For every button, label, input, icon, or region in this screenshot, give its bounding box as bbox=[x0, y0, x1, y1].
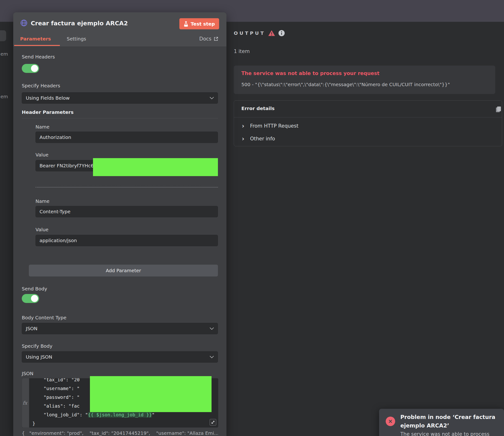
specify-body-value: Using JSON bbox=[26, 354, 52, 360]
canvas-left-strip bbox=[0, 22, 13, 436]
clipped-canvas-text: em bbox=[0, 94, 8, 100]
specify-body-label: Specify Body bbox=[22, 343, 53, 349]
chevron-down-icon bbox=[210, 327, 214, 330]
node-settings-modal bbox=[13, 12, 226, 436]
param-item-divider bbox=[36, 187, 218, 188]
param-name-input[interactable] bbox=[36, 132, 218, 143]
expand-editor-icon[interactable] bbox=[210, 419, 216, 426]
body-content-type-label: Body Content Type bbox=[22, 315, 66, 320]
docs-link-label: Docs bbox=[199, 36, 212, 42]
body-content-type-value: JSON bbox=[26, 326, 37, 331]
error-message-title: The service was not able to process your… bbox=[241, 71, 379, 76]
output-panel-title: OUTPUT bbox=[234, 30, 265, 36]
error-details-row-http-request[interactable]: › From HTTP Request bbox=[242, 120, 298, 132]
error-toast-close-icon[interactable] bbox=[386, 417, 395, 426]
node-modal-header bbox=[13, 12, 226, 47]
chevron-right-icon: › bbox=[242, 123, 244, 129]
chevron-down-icon bbox=[210, 97, 214, 99]
active-tab-underline bbox=[14, 45, 60, 46]
expression-token: {{ $json.long_job_id }} bbox=[88, 412, 152, 418]
param-value-label: Value bbox=[36, 152, 48, 158]
copy-icon[interactable] bbox=[496, 107, 502, 113]
send-headers-label: Send Headers bbox=[22, 54, 55, 60]
send-body-label: Send Body bbox=[22, 286, 47, 292]
redaction-overlay bbox=[93, 158, 218, 176]
chevron-down-icon bbox=[210, 356, 214, 358]
param-name-label: Name bbox=[36, 124, 49, 130]
param-value-label: Value bbox=[36, 227, 48, 232]
tab-settings[interactable]: Settings bbox=[67, 36, 86, 42]
node-title: Crear factura ejemplo ARCA2 bbox=[31, 20, 128, 27]
output-items-count: 1 item bbox=[234, 48, 250, 54]
warning-triangle-icon bbox=[268, 30, 275, 36]
send-body-toggle[interactable] bbox=[22, 294, 39, 303]
json-field-label: JSON bbox=[22, 371, 33, 376]
param-name-label: Name bbox=[36, 198, 49, 204]
error-details-row-other-info[interactable]: › Other info bbox=[242, 133, 275, 145]
param-name-input[interactable] bbox=[36, 206, 218, 217]
error-details-row-label: From HTTP Request bbox=[250, 123, 298, 129]
specify-headers-select[interactable]: Using Fields Below bbox=[22, 92, 218, 104]
clipped-node-shape bbox=[0, 30, 6, 41]
copy-icon-front bbox=[497, 107, 501, 111]
toggle-knob bbox=[31, 295, 38, 302]
error-toast-title: Problem in node ‘Crear factura ejemplo A… bbox=[400, 413, 497, 430]
info-icon[interactable] bbox=[278, 30, 285, 36]
error-details-row-label: Other info bbox=[250, 136, 275, 142]
body-content-type-select[interactable]: JSON bbox=[22, 323, 218, 334]
clipped-canvas-text: em bbox=[0, 51, 8, 57]
section-divider bbox=[22, 118, 218, 118]
header-parameters-heading: Header Parameters bbox=[22, 109, 74, 115]
param-value-input[interactable] bbox=[36, 235, 218, 246]
add-parameter-button[interactable]: Add Parameter bbox=[29, 265, 218, 276]
specify-body-select[interactable]: Using JSON bbox=[22, 351, 218, 363]
test-step-label: Test step bbox=[191, 21, 215, 27]
error-message-detail: 500 - "{\"status\":\"error\",\"data\":{\… bbox=[241, 82, 450, 87]
specify-headers-value: Using Fields Below bbox=[26, 95, 70, 101]
error-details-title: Error details bbox=[241, 106, 275, 111]
app-window: em em OUTPUT 1 item The service was not … bbox=[0, 0, 504, 436]
specify-headers-label: Specify Headers bbox=[22, 83, 60, 89]
send-headers-toggle[interactable] bbox=[22, 64, 39, 73]
test-step-button[interactable]: Test step bbox=[179, 18, 219, 29]
redaction-overlay bbox=[90, 376, 212, 412]
add-parameter-label: Add Parameter bbox=[106, 268, 141, 273]
expression-fx-icon: fx bbox=[23, 400, 27, 406]
external-link-icon bbox=[213, 36, 218, 41]
docs-link[interactable]: Docs bbox=[199, 36, 218, 42]
http-globe-icon bbox=[20, 19, 27, 27]
error-toast-subtitle: The service was not able to process bbox=[400, 431, 497, 436]
flask-icon bbox=[184, 21, 188, 27]
expression-evaluated-preview: { "environment": "prod", "tax_id": "2041… bbox=[22, 430, 218, 436]
error-details-divider bbox=[234, 117, 502, 118]
error-message-box bbox=[234, 65, 495, 94]
chevron-right-icon: › bbox=[242, 136, 244, 142]
toggle-knob bbox=[31, 65, 38, 72]
tab-parameters[interactable]: Parameters bbox=[20, 36, 51, 42]
